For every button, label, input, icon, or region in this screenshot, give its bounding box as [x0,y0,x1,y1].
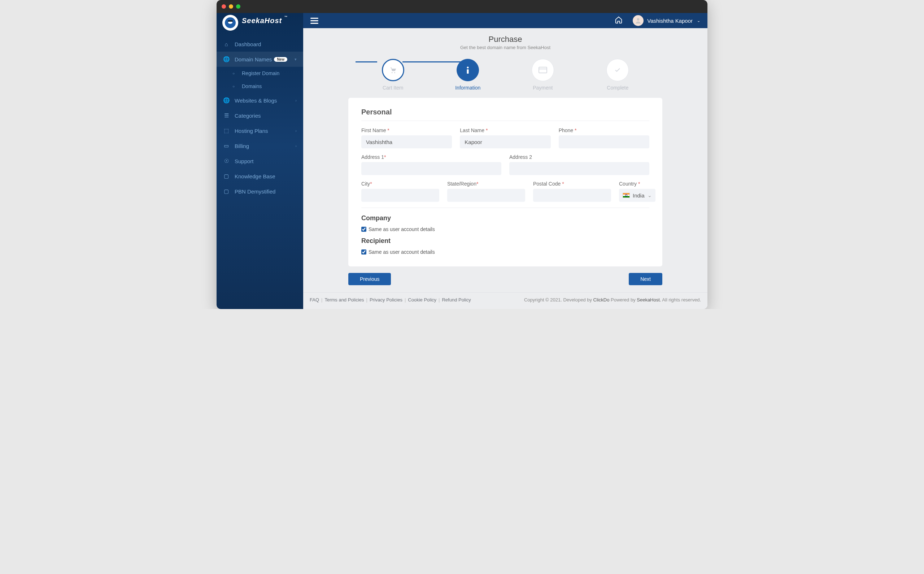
last-name-input[interactable] [460,136,551,148]
step-label: Complete [607,85,628,91]
brand[interactable]: SeekaHost™ [217,13,303,28]
mac-titlebar [217,0,707,13]
page-title: Purchase [303,35,707,44]
sidebar-item-label: Knowledge Base [235,173,275,180]
cart-icon [382,59,404,81]
step-label: Information [455,85,480,91]
footer-link-terms[interactable]: Terms and Policies [324,297,364,303]
step-complete[interactable]: Complete [580,59,655,91]
sidebar-item-label: Websites & Blogs [235,98,277,104]
checkbox-label: Same as user account details [368,226,435,232]
check-icon [606,59,629,81]
sidebar-item-support[interactable]: ☉ Support [217,153,303,169]
label-postal: Postal Code * [533,181,611,187]
info-icon [456,59,479,81]
sidebar-item-knowledge[interactable]: ▢ Knowledge Base [217,169,303,184]
sidebar-item-domain-names[interactable]: 🌐 Domain Names New ▾ [217,52,303,67]
chevron-right-icon: › [295,129,297,133]
address1-input[interactable] [361,162,501,175]
sidebar-item-websites[interactable]: 🌐 Websites & Blogs › [217,93,303,108]
sidebar-item-domains[interactable]: ○ Domains [224,80,303,93]
label-city: City* [361,181,439,187]
country-value: India [633,192,645,199]
chevron-down-icon: ⌄ [647,192,652,198]
country-select[interactable]: India ⌄ [619,189,655,202]
svg-rect-6 [467,69,469,74]
footer-link-faq[interactable]: FAQ [310,297,319,303]
sidebar-item-label: Billing [235,143,249,149]
section-title-recipient: Recipient [361,237,649,245]
svg-point-4 [394,72,395,73]
sidebar-item-register-domain[interactable]: ○ Register Domain [224,67,303,80]
svg-point-3 [392,72,393,73]
list-icon: ☰ [223,112,230,119]
step-information[interactable]: Information [431,59,506,91]
footer-link-cookie[interactable]: Cookie Policy [408,297,436,303]
city-input[interactable] [361,189,439,202]
chevron-right-icon: › [295,98,297,102]
divider [361,121,649,121]
step-cart[interactable]: Cart Item [356,59,431,91]
address2-input[interactable] [509,162,649,175]
window-zoom-button[interactable] [236,4,240,9]
box-icon: ⬚ [223,128,230,134]
sidebar-item-hosting[interactable]: ⬚ Hosting Plans › [217,123,303,138]
label-address2: Address 2 [509,154,649,160]
previous-button[interactable]: Previous [348,273,391,285]
section-title-personal: Personal [361,108,649,116]
sidebar-item-label: Dashboard [235,41,261,47]
stepper: Cart Item Information Payment [356,50,655,94]
avatar-icon [633,15,644,26]
label-phone: Phone * [559,128,649,133]
checkbox-company-same[interactable]: Same as user account details [361,226,649,232]
checkbox-input[interactable] [361,249,366,254]
user-menu[interactable]: Vashishtha Kapoor ⌄ [633,15,700,26]
window-close-button[interactable] [222,4,226,9]
sidebar-item-billing[interactable]: ▭ Billing › [217,138,303,153]
checkbox-label: Same as user account details [368,249,435,255]
home-icon[interactable] [615,16,623,25]
checkbox-recipient-same[interactable]: Same as user account details [361,249,649,255]
step-label: Payment [533,85,553,91]
postal-input[interactable] [533,189,611,202]
monitor-icon: ▢ [223,188,230,195]
sidebar-item-dashboard[interactable]: ⌂ Dashboard [217,37,303,52]
sidebar-item-label: Support [235,158,254,164]
sidebar-sub-domain: ○ Register Domain ○ Domains [217,67,303,93]
sidebar-item-label: Domain Names [235,56,272,63]
state-input[interactable] [447,189,525,202]
username-label: Vashishtha Kapoor [647,18,693,24]
svg-rect-1 [228,20,233,22]
home-icon: ⌂ [223,41,230,47]
checkbox-input[interactable] [361,227,366,232]
window-minimize-button[interactable] [229,4,233,9]
sidebar-item-categories[interactable]: ☰ Categories [217,108,303,123]
footer-link-refund[interactable]: Refund Policy [442,297,471,303]
section-title-company: Company [361,214,649,222]
book-icon: ▢ [223,173,230,180]
hamburger-button[interactable] [310,18,318,24]
first-name-input[interactable] [361,136,452,148]
page-subtitle: Get the best domain name from SeekaHost [303,45,707,50]
footer-link-privacy[interactable]: Privacy Policies [370,297,403,303]
svg-rect-7 [539,67,547,73]
sidebar-item-label: Domains [242,84,262,89]
label-state: State/Region* [447,181,525,187]
globe-icon: 🌐 [223,97,230,104]
page-heading: Purchase Get the best domain name from S… [303,35,707,50]
next-button[interactable]: Next [629,273,662,285]
main: Vashishtha Kapoor ⌄ Purchase Get the bes… [303,13,707,309]
sidebar-item-pbn[interactable]: ▢ PBN Demystified [217,184,303,199]
step-payment[interactable]: Payment [505,59,580,91]
card-icon [532,59,554,81]
chevron-down-icon: ▾ [294,57,297,62]
lifebuoy-icon: ☉ [223,158,230,164]
svg-point-2 [637,18,639,20]
topbar: Vashishtha Kapoor ⌄ [303,13,707,28]
sidebar-item-label: Hosting Plans [235,128,268,134]
phone-input[interactable] [559,136,649,148]
sidebar-item-label: PBN Demystified [235,188,275,195]
footer-copyright: Copyright © 2021. Developed by ClickDo P… [524,297,701,303]
label-last-name: Last Name * [460,128,551,133]
app-window: SeekaHost™ ⌂ Dashboard 🌐 Domain Names Ne… [217,0,707,309]
